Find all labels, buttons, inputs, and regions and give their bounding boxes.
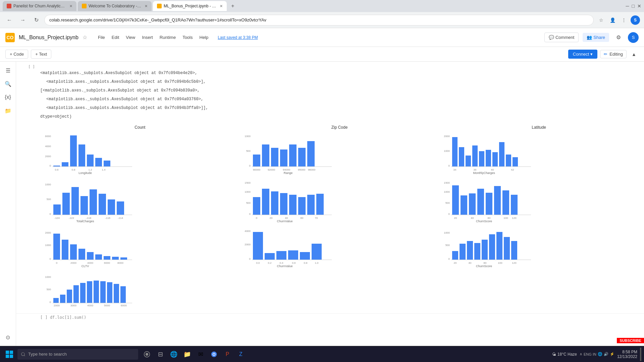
- svg-rect-76: [262, 189, 269, 215]
- menu-insert[interactable]: Insert: [139, 34, 156, 41]
- svg-rect-149: [460, 244, 466, 260]
- menu-edit[interactable]: Edit: [109, 34, 122, 41]
- svg-text:0.4: 0.4: [279, 261, 283, 264]
- chart-count: Count 6000 4000 2000 0: [40, 124, 240, 177]
- svg-text:MonthlyCharges: MonthlyCharges: [473, 171, 495, 175]
- bookmark-button[interactable]: ☆: [596, 15, 606, 25]
- menu-runtime[interactable]: Runtime: [157, 34, 178, 41]
- chart-zipcode-svg: 1000 500 0 90000: [241, 130, 338, 174]
- svg-rect-151: [474, 243, 480, 260]
- chart-zipcode: Zip Code 1000 500 0: [240, 124, 439, 177]
- taskbar-search-box[interactable]: Type here to search: [17, 349, 138, 360]
- svg-rect-169: [67, 290, 72, 303]
- svg-text:1000: 1000: [45, 244, 51, 247]
- menu-help[interactable]: Help: [197, 34, 211, 41]
- svg-text:-118: -118: [86, 217, 92, 220]
- back-button[interactable]: ←: [4, 15, 15, 25]
- svg-text:8000: 8000: [117, 261, 123, 264]
- taskbar-icon-edge[interactable]: 🌐: [168, 348, 180, 360]
- colab-logo: CO: [5, 33, 15, 42]
- svg-rect-176: [114, 284, 119, 303]
- svg-text:0.8: 0.8: [71, 168, 75, 171]
- share-button[interactable]: 👥 Share: [583, 33, 609, 42]
- menu-file[interactable]: File: [95, 34, 108, 41]
- address-input[interactable]: [44, 15, 594, 25]
- svg-text:0: 0: [50, 257, 51, 260]
- toolbar-row: + Code + Text Connect ▾ ✏ Editing ▲: [0, 47, 644, 62]
- svg-point-188: [21, 352, 24, 355]
- taskbar-icon-taskview[interactable]: ⊟: [154, 348, 166, 360]
- toolbar-left: + Code + Text: [5, 50, 51, 59]
- start-button[interactable]: [3, 348, 16, 361]
- tab-2-close[interactable]: ✕: [145, 4, 148, 8]
- chart-totalcharges: 1000 500 0: [40, 177, 240, 225]
- forward-button[interactable]: →: [17, 15, 28, 25]
- tab-1-close[interactable]: ✕: [69, 4, 72, 8]
- taskbar-icon-chrome[interactable]: [208, 348, 220, 360]
- refresh-button[interactable]: ↻: [31, 15, 42, 25]
- taskbar-icon-zoom[interactable]: Z: [235, 348, 247, 360]
- show-desktop-button[interactable]: [640, 348, 641, 361]
- colab-menu: File Edit View Insert Runtime Tools Help: [95, 34, 211, 41]
- output-line-2: <matplotlib.axes._subplots.AxesSubplot o…: [16, 77, 644, 86]
- restore-button[interactable]: □: [632, 3, 635, 9]
- editing-label: Editing: [609, 52, 623, 57]
- svg-rect-7: [78, 144, 85, 167]
- notebook-content[interactable]: [ ] <matplotlib.axes._subplots.AxesSubpl…: [16, 62, 644, 346]
- tab-1[interactable]: Panelist for Churn Analytics in T... ✕: [3, 1, 76, 11]
- pencil-icon: ✏: [604, 52, 607, 57]
- add-code-button[interactable]: + Code: [5, 50, 28, 59]
- collapse-button[interactable]: ▲: [629, 50, 639, 59]
- new-tab-button[interactable]: +: [228, 1, 237, 11]
- menu-tools[interactable]: Tools: [180, 34, 195, 41]
- svg-rect-10: [104, 161, 110, 167]
- connect-button[interactable]: Connect ▾: [568, 50, 597, 59]
- tab-3[interactable]: ML_Bonus_Project.ipynb - Cola... ✕: [153, 1, 227, 11]
- tab-3-close[interactable]: ✕: [220, 4, 223, 8]
- next-cell-preview: [ ] df.loc[1].sum(): [16, 313, 644, 321]
- add-text-button[interactable]: + Text: [31, 50, 51, 59]
- sys-tray: ∧ ENG IN 🌐 🔊 ⚡: [580, 352, 614, 356]
- user-avatar[interactable]: S: [631, 15, 640, 25]
- svg-text:0: 0: [249, 213, 251, 216]
- extensions-button[interactable]: ⋮: [619, 15, 629, 25]
- svg-rect-6: [70, 135, 77, 167]
- output-line-1: <matplotlib.axes._subplots.AxesSubplot o…: [16, 69, 644, 77]
- svg-text:1000: 1000: [45, 276, 51, 279]
- menu-view[interactable]: View: [123, 34, 138, 41]
- sys-tray-volume[interactable]: 🔊: [604, 352, 608, 356]
- subscribe-badge[interactable]: SUBSCRIBE: [617, 338, 644, 343]
- svg-rect-5: [62, 162, 68, 167]
- settings-button[interactable]: ⚙: [613, 32, 624, 43]
- svg-rect-133: [276, 251, 286, 260]
- svg-rect-174: [100, 281, 106, 303]
- header-avatar[interactable]: S: [628, 32, 639, 43]
- comment-button[interactable]: 💬 Comment: [544, 33, 579, 42]
- minimize-button[interactable]: ─: [626, 3, 629, 9]
- charts-row-3: 2000 1000 0: [40, 225, 639, 270]
- taskbar-icon-powerpoint[interactable]: P: [221, 348, 233, 360]
- svg-rect-113: [62, 240, 68, 260]
- profile-button[interactable]: 👤: [608, 15, 617, 25]
- save-status[interactable]: Last saved at 3:38 PM: [218, 35, 258, 40]
- close-window-button[interactable]: ✕: [637, 3, 641, 9]
- taskbar-icons: ⊟ 🌐 📁 ✉ P Z: [141, 348, 247, 360]
- svg-rect-44: [499, 142, 504, 167]
- taskbar-search-text: Type here to search: [28, 352, 67, 357]
- sidebar-icon-folder[interactable]: 📁: [2, 105, 14, 117]
- editing-badge[interactable]: ✏ Editing: [600, 50, 627, 58]
- star-button[interactable]: ☆: [83, 34, 87, 41]
- sidebar-icon-search[interactable]: 🔍: [2, 78, 14, 90]
- tab-2[interactable]: Welcome To Colaboratory - Cola... ✕: [78, 1, 152, 11]
- svg-text:-116: -116: [105, 217, 111, 220]
- sidebar-icon-formula[interactable]: {x}: [2, 91, 14, 103]
- svg-rect-38: [459, 147, 464, 167]
- sys-tray-up[interactable]: ∧: [580, 352, 582, 356]
- taskbar-icon-file[interactable]: 📁: [181, 348, 193, 360]
- sidebar-icon-menu[interactable]: ☰: [2, 64, 14, 76]
- sidebar-icon-terminal[interactable]: ⊙: [2, 331, 14, 343]
- svg-rect-168: [60, 295, 65, 303]
- taskbar-icon-mail[interactable]: ✉: [195, 348, 207, 360]
- svg-text:0: 0: [256, 217, 257, 220]
- taskbar-icon-cortana[interactable]: [141, 348, 153, 360]
